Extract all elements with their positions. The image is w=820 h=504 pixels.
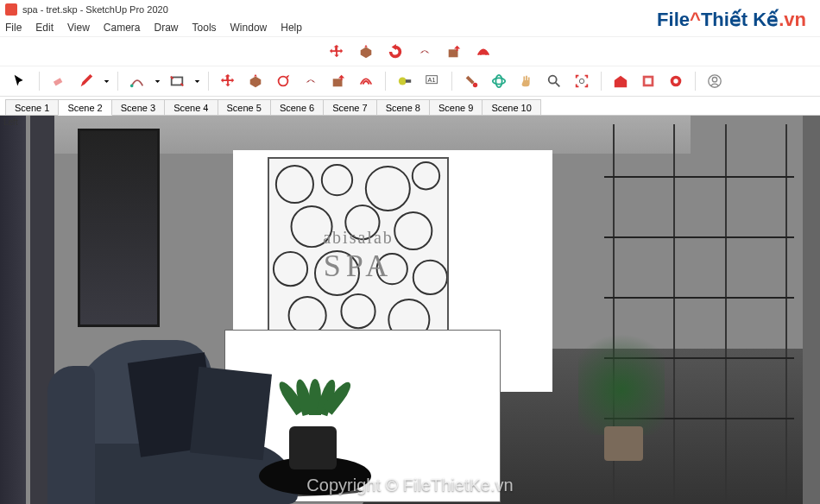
- text-icon[interactable]: A1: [421, 70, 444, 92]
- brand-logo: File^Thiết Kế.vn: [657, 9, 806, 31]
- eraser-icon[interactable]: [47, 70, 70, 92]
- scene-tabs: Scene 1 Scene 2 Scene 3 Scene 4 Scene 5 …: [0, 97, 820, 116]
- spa-signage: abisalab SPA: [268, 228, 449, 284]
- scale-icon[interactable]: [327, 70, 350, 92]
- rotate-icon[interactable]: [272, 70, 294, 92]
- pencil-icon[interactable]: [75, 70, 98, 92]
- move-icon[interactable]: [217, 70, 239, 92]
- scene-tab-2[interactable]: Scene 2: [58, 99, 111, 116]
- component-icon[interactable]: [637, 70, 659, 92]
- menu-view[interactable]: View: [67, 22, 90, 34]
- separator: [385, 72, 386, 91]
- svg-rect-7: [406, 79, 411, 83]
- svg-point-13: [549, 76, 557, 84]
- menu-tools[interactable]: Tools: [192, 22, 217, 34]
- separator: [39, 72, 40, 91]
- svg-point-22: [322, 165, 352, 195]
- app-icon: [5, 3, 17, 16]
- pan-icon[interactable]: [515, 70, 538, 92]
- separator: [451, 72, 452, 91]
- copyright-watermark: Copyright © FileThietKe.vn: [306, 476, 513, 495]
- separator: [695, 72, 696, 91]
- svg-rect-16: [645, 78, 651, 84]
- warehouse-icon[interactable]: [609, 70, 632, 92]
- scene-tab-7[interactable]: Scene 7: [323, 99, 376, 115]
- tape-icon[interactable]: [394, 70, 416, 92]
- scene-tab-1[interactable]: Scene 1: [5, 99, 59, 115]
- svg-point-20: [712, 78, 716, 82]
- scene-tab-8[interactable]: Scene 8: [376, 99, 430, 115]
- window-title: spa - tret.skp - SketchUp Pro 2020: [22, 4, 168, 15]
- rendered-scene: abisalab SPA: [0, 116, 820, 504]
- scale-icon[interactable]: [443, 41, 465, 63]
- svg-point-10: [473, 83, 477, 87]
- followme-icon[interactable]: [413, 41, 436, 63]
- pushpull-icon[interactable]: [355, 41, 377, 63]
- menu-camera[interactable]: Camera: [104, 22, 141, 34]
- user-icon[interactable]: [703, 70, 726, 92]
- followme-icon[interactable]: [300, 70, 322, 92]
- scene-tab-6[interactable]: Scene 6: [270, 99, 324, 115]
- svg-point-21: [276, 166, 313, 203]
- zoom-icon[interactable]: [543, 70, 565, 92]
- toolbar-top: [0, 36, 820, 66]
- scene-tab-5[interactable]: Scene 5: [218, 99, 271, 115]
- svg-point-32: [289, 297, 326, 334]
- arc-icon[interactable]: [126, 70, 148, 92]
- svg-point-11: [493, 78, 505, 84]
- zoom-extents-icon[interactable]: [571, 70, 593, 92]
- extension-icon[interactable]: [665, 70, 687, 92]
- scene-tab-10[interactable]: Scene 10: [482, 99, 540, 115]
- svg-point-24: [413, 162, 439, 189]
- offset-icon[interactable]: [472, 41, 495, 63]
- signage-line2: SPA: [268, 248, 449, 284]
- viewport-label: Left: [3, 117, 18, 127]
- scene-tab-3[interactable]: Scene 3: [111, 99, 165, 115]
- viewport[interactable]: Left abisalab SPA: [0, 116, 820, 504]
- rotate-icon[interactable]: [384, 41, 407, 63]
- scene-tab-9[interactable]: Scene 9: [429, 99, 483, 115]
- separator: [208, 72, 209, 91]
- svg-rect-1: [54, 78, 62, 85]
- menu-file[interactable]: File: [5, 22, 22, 34]
- svg-point-4: [279, 77, 288, 86]
- svg-text:A1: A1: [428, 76, 436, 84]
- dropdown-icon[interactable]: [194, 79, 200, 85]
- select-icon[interactable]: [9, 70, 31, 92]
- menu-window[interactable]: Window: [230, 22, 268, 34]
- dropdown-icon[interactable]: [155, 79, 161, 85]
- separator: [601, 72, 602, 91]
- menu-edit[interactable]: Edit: [35, 22, 54, 34]
- separator: [117, 72, 118, 91]
- svg-point-6: [399, 78, 407, 85]
- svg-point-2: [130, 85, 134, 88]
- svg-point-33: [341, 294, 375, 328]
- svg-point-23: [366, 167, 410, 211]
- dropdown-icon[interactable]: [104, 79, 110, 85]
- move-icon[interactable]: [325, 41, 348, 63]
- svg-point-12: [495, 75, 501, 87]
- rectangle-icon[interactable]: [166, 70, 188, 92]
- menu-help[interactable]: Help: [281, 22, 302, 34]
- pushpull-icon[interactable]: [244, 70, 267, 92]
- orbit-icon[interactable]: [488, 70, 510, 92]
- toolbar-main: A1: [0, 66, 820, 97]
- signage-line1: abisalab: [268, 228, 449, 248]
- offset-icon[interactable]: [355, 70, 377, 92]
- scene-tab-4[interactable]: Scene 4: [164, 99, 218, 115]
- svg-point-18: [673, 79, 678, 83]
- paint-icon[interactable]: [460, 70, 483, 92]
- svg-point-14: [579, 79, 583, 83]
- menu-draw[interactable]: Draw: [155, 22, 179, 34]
